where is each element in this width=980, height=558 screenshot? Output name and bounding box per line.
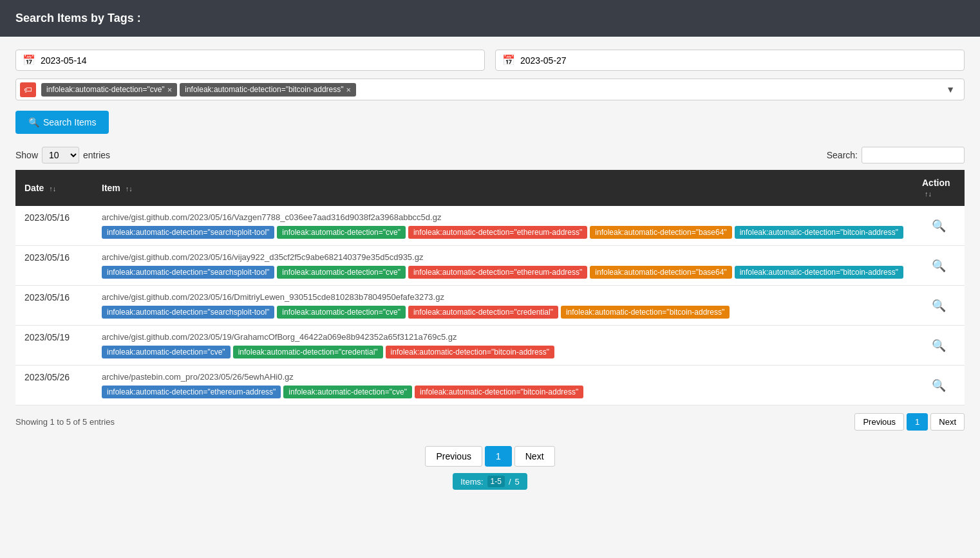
- date-row: 📅 📅: [15, 50, 965, 71]
- search-icon: 🔍: [28, 117, 39, 127]
- zoom-button[interactable]: 🔍: [932, 219, 946, 233]
- zoom-button[interactable]: 🔍: [932, 299, 946, 313]
- entries-label: entries: [83, 150, 110, 160]
- item-tag: infoleak:automatic-detection="cve": [277, 266, 406, 279]
- date-start-input[interactable]: [41, 55, 478, 66]
- table-row: 2023/05/19archive/gist.github.com/2023/0…: [15, 326, 965, 366]
- item-tag: infoleak:automatic-detection="searchsplo…: [102, 266, 274, 279]
- table-row: 2023/05/26archive/pastebin.com_pro/2023/…: [15, 366, 965, 405]
- items-badge-total: 5: [515, 477, 520, 487]
- show-label: Show: [15, 150, 38, 160]
- prev-button-top[interactable]: Previous: [854, 413, 904, 431]
- item-tag: infoleak:automatic-detection="cve": [277, 226, 406, 239]
- sort-item-icon[interactable]: ↑↓: [126, 185, 133, 192]
- date-end-input[interactable]: [520, 55, 957, 66]
- cell-date: 2023/05/16: [15, 246, 93, 286]
- bottom-pagination: Previous 1 Next Items: 1-5 / 5: [15, 446, 965, 490]
- item-tag: infoleak:automatic-detection="ethereum-a…: [102, 386, 281, 398]
- cell-action: 🔍: [913, 286, 965, 326]
- sort-action-icon[interactable]: ↑↓: [925, 190, 932, 198]
- search-button-label: Search Items: [43, 117, 96, 127]
- item-url: archive/gist.github.com/2023/05/16/Vazge…: [102, 212, 904, 222]
- search-input-wrap: Search:: [827, 147, 965, 163]
- cell-item: archive/pastebin.com_pro/2023/05/26/5ewh…: [93, 366, 913, 405]
- next-button-bottom[interactable]: Next: [514, 446, 555, 467]
- table-row: 2023/05/16archive/gist.github.com/2023/0…: [15, 206, 965, 246]
- sort-date-icon[interactable]: ↑↓: [49, 185, 56, 192]
- tags-icon: 🏷: [20, 82, 36, 97]
- search-items-button[interactable]: 🔍 Search Items: [15, 111, 109, 134]
- cell-item: archive/gist.github.com/2023/05/16/vijay…: [93, 246, 913, 286]
- cell-action: 🔍: [913, 246, 965, 286]
- date-end-field: 📅: [495, 50, 965, 71]
- item-tag: infoleak:automatic-detection="bitcoin-ad…: [735, 266, 903, 279]
- item-tag: infoleak:automatic-detection="bitcoin-ad…: [735, 226, 903, 239]
- table-header-row: Date ↑↓ Item ↑↓ Action ↑↓: [15, 170, 965, 206]
- item-url: archive/gist.github.com/2023/05/16/Dmitr…: [102, 292, 904, 302]
- item-url: archive/pastebin.com_pro/2023/05/26/5ewh…: [102, 372, 904, 382]
- items-badge-label: Items:: [460, 477, 483, 487]
- zoom-button[interactable]: 🔍: [932, 259, 946, 273]
- page-1-button-bottom[interactable]: 1: [485, 446, 512, 467]
- table-search-input[interactable]: [862, 147, 965, 163]
- item-tag: infoleak:automatic-detection="base64": [590, 266, 731, 279]
- col-item: Item ↑↓: [93, 170, 913, 206]
- bottom-nav: Previous 1 Next: [425, 446, 554, 467]
- item-tag: infoleak:automatic-detection="searchsplo…: [102, 226, 274, 239]
- item-tag: infoleak:automatic-detection="base64": [590, 226, 731, 239]
- item-tag: infoleak:automatic-detection="ethereum-a…: [408, 266, 587, 279]
- next-button-top[interactable]: Next: [930, 413, 965, 431]
- item-tag: infoleak:automatic-detection="credential…: [408, 306, 558, 319]
- table-footer: Showing 1 to 5 of 5 entries Previous 1 N…: [15, 413, 965, 431]
- pagination-top-right: Previous 1 Next: [854, 413, 965, 431]
- item-url: archive/gist.github.com/2023/05/16/vijay…: [102, 252, 904, 262]
- tag-remove-cve[interactable]: ×: [167, 85, 173, 95]
- item-url: archive/gist.github.com/2023/05/19/Graha…: [102, 332, 904, 342]
- prev-button-bottom[interactable]: Previous: [425, 446, 482, 467]
- show-entries-wrap: Show 10 25 50 100 entries: [15, 147, 110, 163]
- items-badge-range: 1-5: [487, 476, 505, 487]
- item-tags-wrap: infoleak:automatic-detection="searchsplo…: [102, 266, 904, 279]
- cell-action: 🔍: [913, 326, 965, 366]
- table-row: 2023/05/16archive/gist.github.com/2023/0…: [15, 246, 965, 286]
- item-tag: infoleak:automatic-detection="credential…: [233, 346, 383, 358]
- item-tag: infoleak:automatic-detection="cve": [277, 306, 406, 319]
- tag-label-cve: infoleak:automatic-detection="cve": [46, 85, 165, 94]
- item-tags-wrap: infoleak:automatic-detection="searchsplo…: [102, 306, 904, 319]
- item-tag: infoleak:automatic-detection="bitcoin-ad…: [415, 386, 583, 398]
- calendar-start-icon: 📅: [23, 54, 35, 66]
- col-action: Action ↑↓: [913, 170, 965, 206]
- item-tag: infoleak:automatic-detection="ethereum-a…: [408, 226, 587, 239]
- items-badge: Items: 1-5 / 5: [453, 473, 527, 490]
- calendar-end-icon: 📅: [502, 54, 515, 66]
- col-date: Date ↑↓: [15, 170, 93, 206]
- zoom-button[interactable]: 🔍: [932, 339, 946, 353]
- cell-date: 2023/05/19: [15, 326, 93, 366]
- item-tag: infoleak:automatic-detection="searchsplo…: [102, 306, 274, 319]
- tag-label-bitcoin: infoleak:automatic-detection="bitcoin-ad…: [185, 85, 343, 94]
- cell-item: archive/gist.github.com/2023/05/19/Graha…: [93, 326, 913, 366]
- tags-dropdown-button[interactable]: ▼: [941, 82, 960, 97]
- item-tag: infoleak:automatic-detection="cve": [283, 386, 412, 398]
- cell-item: archive/gist.github.com/2023/05/16/Dmitr…: [93, 286, 913, 326]
- zoom-button[interactable]: 🔍: [932, 378, 946, 393]
- results-table: Date ↑↓ Item ↑↓ Action ↑↓ 2023/05/16arch…: [15, 170, 965, 405]
- cell-action: 🔍: [913, 366, 965, 405]
- table-row: 2023/05/16archive/gist.github.com/2023/0…: [15, 286, 965, 326]
- header-title: Search Items by Tags :: [15, 12, 141, 24]
- date-start-field: 📅: [15, 50, 485, 71]
- tag-badge-cve: infoleak:automatic-detection="cve" ×: [41, 83, 177, 97]
- entries-select[interactable]: 10 25 50 100: [42, 147, 79, 163]
- item-tags-wrap: infoleak:automatic-detection="ethereum-a…: [102, 386, 904, 398]
- tags-row: 🏷 infoleak:automatic-detection="cve" × i…: [15, 79, 965, 100]
- cell-action: 🔍: [913, 206, 965, 246]
- cell-date: 2023/05/16: [15, 286, 93, 326]
- page-1-button-top[interactable]: 1: [907, 413, 928, 431]
- tag-remove-bitcoin[interactable]: ×: [346, 85, 352, 95]
- page-title: Search Items by Tags :: [0, 0, 980, 37]
- table-controls: Show 10 25 50 100 entries Search:: [15, 147, 965, 163]
- cell-date: 2023/05/16: [15, 206, 93, 246]
- item-tag: infoleak:automatic-detection="bitcoin-ad…: [386, 346, 554, 358]
- tag-badge-bitcoin: infoleak:automatic-detection="bitcoin-ad…: [180, 83, 356, 97]
- item-tag: infoleak:automatic-detection="bitcoin-ad…: [561, 306, 730, 319]
